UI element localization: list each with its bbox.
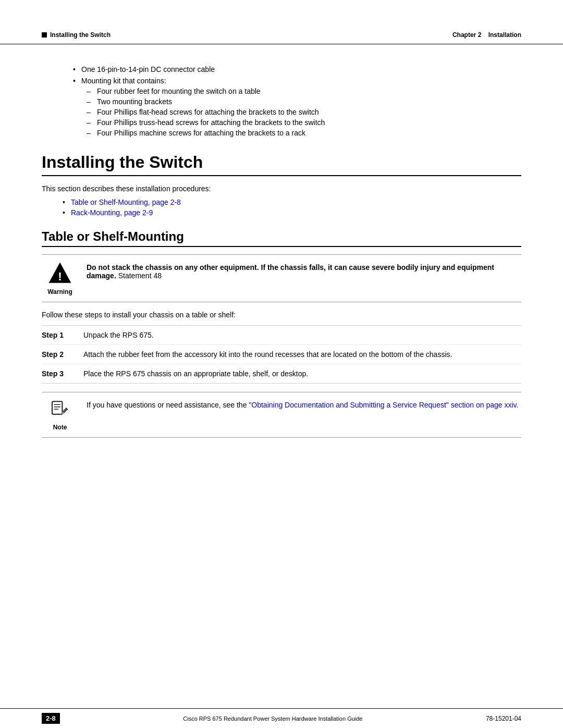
step-3-content: Place the RPS 675 chassis on an appropri… bbox=[83, 369, 521, 378]
table-shelf-mounting-link[interactable]: Table or Shelf-Mounting, page 2-8 bbox=[71, 198, 181, 206]
step-1-content: Unpack the RPS 675. bbox=[83, 331, 521, 339]
list-item: Four Phillips machine screws for attachi… bbox=[87, 129, 521, 137]
follow-text: Follow these steps to install your chass… bbox=[42, 311, 521, 326]
header-square-icon bbox=[42, 32, 47, 38]
guide-title: Cisco RPS 675 Redundant Power System Har… bbox=[183, 715, 362, 722]
warning-label: Warning bbox=[47, 288, 72, 295]
step-row: Step 3 Place the RPS 675 chassis on an a… bbox=[42, 364, 521, 383]
note-label: Note bbox=[53, 424, 67, 431]
warning-statement: Statement 48 bbox=[118, 272, 162, 280]
page-footer: 2-8 Cisco RPS 675 Redundant Power System… bbox=[0, 708, 563, 728]
main-content: One 16-pin-to-14-pin DC connector cable … bbox=[0, 44, 563, 708]
warning-triangle-icon: ! bbox=[47, 261, 72, 286]
header-chapter: Chapter 2 bbox=[452, 31, 481, 39]
list-item: Mounting kit that contains: Four rubber … bbox=[73, 77, 521, 137]
rack-mounting-link[interactable]: Rack-Mounting, page 2-9 bbox=[71, 208, 153, 217]
note-pencil-icon bbox=[48, 399, 71, 422]
step-2-label: Step 2 bbox=[42, 350, 73, 359]
svg-rect-2 bbox=[52, 401, 62, 414]
footer-center: Cisco RPS 675 Redundant Power System Har… bbox=[60, 715, 486, 722]
warning-icon-container: ! Warning bbox=[42, 261, 78, 295]
bullet-list: One 16-pin-to-14-pin DC connector cable … bbox=[73, 65, 521, 137]
list-item: Four Phillips flat-head screws for attac… bbox=[87, 108, 521, 116]
step-1-label: Step 1 bbox=[42, 331, 73, 339]
doc-number: 78-15201-04 bbox=[486, 715, 521, 722]
step-3-label: Step 3 bbox=[42, 369, 73, 378]
list-item: Four rubber feet for mounting the switch… bbox=[87, 87, 521, 95]
page-header: Installing the Switch Chapter 2 Installa… bbox=[0, 0, 563, 44]
header-section-label: Installing the Switch bbox=[50, 31, 111, 39]
list-item: Four Phillips truss-head screws for atta… bbox=[87, 118, 521, 127]
note-text: If you have questions or need assistance… bbox=[87, 399, 521, 409]
list-item: One 16-pin-to-14-pin DC connector cable bbox=[73, 65, 521, 73]
note-link[interactable]: "Obtaining Documentation and Submitting … bbox=[249, 401, 516, 409]
warning-box: ! Warning Do not stack the chassis on an… bbox=[42, 254, 521, 302]
step-row: Step 1 Unpack the RPS 675. bbox=[42, 326, 521, 345]
steps-container: Step 1 Unpack the RPS 675. Step 2 Attach… bbox=[42, 326, 521, 384]
header-left: Installing the Switch bbox=[42, 31, 111, 39]
step-row: Step 2 Attach the rubber feet from the a… bbox=[42, 345, 521, 364]
installing-switch-heading: Installing the Switch bbox=[42, 153, 521, 176]
note-text-before: If you have questions or need assistance… bbox=[87, 401, 249, 409]
header-chapter-title: Installation bbox=[488, 31, 521, 39]
sub-list: Four rubber feet for mounting the switch… bbox=[87, 87, 521, 137]
list-item: Rack-Mounting, page 2-9 bbox=[63, 208, 521, 217]
svg-text:!: ! bbox=[58, 270, 62, 283]
list-item: Table or Shelf-Mounting, page 2-8 bbox=[63, 198, 521, 206]
note-icon-container: Note bbox=[42, 399, 78, 431]
section-links: Table or Shelf-Mounting, page 2-8 Rack-M… bbox=[63, 198, 521, 217]
page-container: Installing the Switch Chapter 2 Installa… bbox=[0, 0, 563, 728]
footer-right: 78-15201-04 bbox=[486, 715, 521, 722]
table-shelf-heading: Table or Shelf-Mounting bbox=[42, 229, 521, 247]
page-number: 2-8 bbox=[42, 713, 60, 724]
footer-left: 2-8 bbox=[42, 713, 60, 724]
step-2-content: Attach the rubber feet from the accessor… bbox=[83, 350, 521, 359]
warning-text: Do not stack the chassis on any other eq… bbox=[87, 261, 521, 280]
list-item: Two mounting brackets bbox=[87, 97, 521, 106]
header-right: Chapter 2 Installation bbox=[452, 31, 521, 39]
note-box: Note If you have questions or need assis… bbox=[42, 392, 521, 438]
section-intro: This section describes these installatio… bbox=[42, 184, 521, 193]
note-text-after: . bbox=[517, 401, 519, 409]
